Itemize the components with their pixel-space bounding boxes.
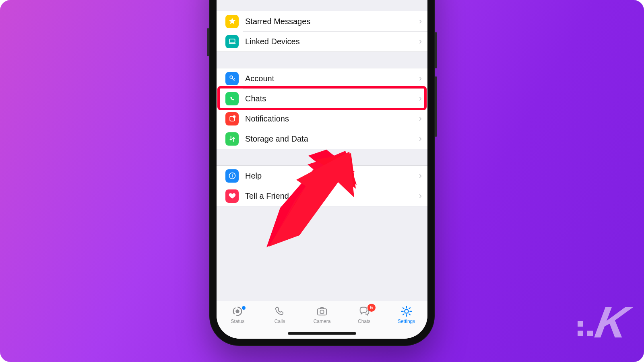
row-label: Tell a Friend <box>245 191 416 201</box>
tab-settings[interactable]: Settings <box>388 305 425 324</box>
tab-chats[interactable]: 5 Chats <box>346 305 383 324</box>
svg-point-25 <box>320 310 324 314</box>
chevron-right-icon: › <box>419 73 422 84</box>
svg-point-26 <box>405 309 408 313</box>
tab-label: Settings <box>398 319 415 324</box>
svg-point-15 <box>231 174 232 175</box>
chevron-right-icon: › <box>419 191 422 201</box>
info-icon <box>225 169 239 183</box>
tab-camera[interactable]: Camera <box>303 305 341 324</box>
data-arrows-icon <box>225 132 239 146</box>
chevron-right-icon: › <box>419 171 422 181</box>
key-icon <box>225 72 239 85</box>
chevron-right-icon: › <box>419 36 422 47</box>
tab-status[interactable]: Status <box>219 305 256 324</box>
chevron-right-icon: › <box>419 16 422 27</box>
row-starred-messages[interactable]: Starred Messages › <box>217 11 427 31</box>
phone-screen: Name Hey there! I am using WhatsApp. <box>217 0 427 339</box>
row-label: Chats <box>245 94 416 103</box>
star-icon <box>225 15 239 28</box>
whatsapp-icon <box>225 92 239 105</box>
svg-rect-8 <box>229 43 235 44</box>
tab-label: Camera <box>314 319 331 324</box>
row-linked-devices[interactable]: Linked Devices › <box>217 31 427 51</box>
tutorial-stage: K Name Hey there! I am using WhatsApp. <box>0 0 644 362</box>
row-label: Linked Devices <box>245 37 416 46</box>
home-indicator <box>288 332 356 335</box>
row-label: Storage and Data <box>245 134 416 144</box>
chats-badge: 5 <box>367 304 376 312</box>
tab-label: Chats <box>358 319 370 324</box>
chevron-right-icon: › <box>419 113 422 124</box>
row-label: Starred Messages <box>245 17 416 26</box>
phone-frame: Name Hey there! I am using WhatsApp. <box>209 0 435 346</box>
row-tell-friend[interactable]: Tell a Friend › <box>217 186 427 206</box>
row-storage-data[interactable]: Storage and Data › <box>217 129 427 149</box>
chevron-right-icon: › <box>419 134 422 144</box>
row-account[interactable]: Account › <box>217 68 427 88</box>
heart-icon <box>225 189 239 203</box>
brand-watermark: K <box>578 296 626 348</box>
tab-calls[interactable]: Calls <box>261 305 298 324</box>
phone-icon <box>273 305 286 317</box>
tab-label: Calls <box>275 319 285 324</box>
settings-section-2: Account › Chats › <box>217 68 427 149</box>
notifications-icon <box>225 112 239 125</box>
settings-section-3: Help › Tell a Friend › <box>217 165 427 206</box>
laptop-icon <box>225 35 239 48</box>
row-label: Account <box>245 74 416 83</box>
settings-section-1: Starred Messages › Linked Devices › <box>217 11 427 52</box>
gear-icon <box>400 305 413 317</box>
chevron-right-icon: › <box>419 93 422 104</box>
row-notifications[interactable]: Notifications › <box>217 109 427 129</box>
camera-icon <box>316 305 328 317</box>
row-chats[interactable]: Chats › <box>217 88 427 109</box>
row-label: Notifications <box>245 114 416 123</box>
tab-label: Status <box>231 319 244 324</box>
svg-point-23 <box>236 309 239 313</box>
svg-point-12 <box>233 115 235 118</box>
status-unread-dot <box>242 306 246 310</box>
svg-rect-7 <box>229 39 235 43</box>
row-label: Help <box>245 171 416 181</box>
row-help[interactable]: Help › <box>217 166 427 186</box>
svg-rect-14 <box>232 175 233 177</box>
